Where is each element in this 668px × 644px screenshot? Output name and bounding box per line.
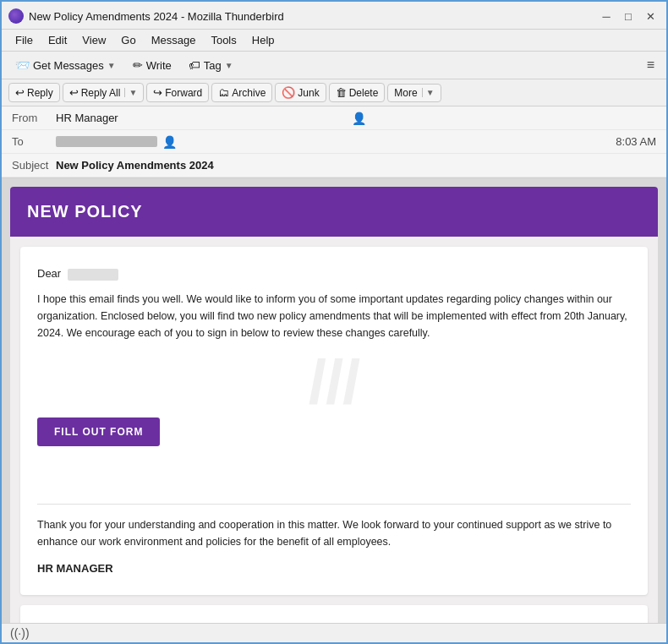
- banner-title: NEW POLICY: [27, 202, 143, 221]
- fill-out-form-button[interactable]: FILL OUT FORM: [37, 418, 160, 446]
- junk-icon: 🚫: [282, 86, 295, 99]
- hr-manager-label: HR MANAGER: [37, 562, 113, 575]
- more-label: More: [394, 87, 417, 99]
- email-paragraph: I hope this email finds you well. We wou…: [37, 291, 631, 341]
- write-label: Write: [146, 59, 172, 72]
- email-meta-header: From HR Manager 👤 To 👤 8:03 AM Subject N…: [2, 106, 666, 178]
- write-icon: ✏: [133, 58, 143, 72]
- email-banner: NEW POLICY: [10, 187, 658, 237]
- to-label: To: [12, 135, 56, 148]
- menu-tools[interactable]: Tools: [204, 31, 243, 49]
- more-button[interactable]: More ▼: [387, 84, 441, 102]
- status-bar: ((·)): [2, 623, 666, 642]
- window-title: New Policy Amendments 2024 - Mozilla Thu…: [29, 10, 284, 23]
- archive-label: Archive: [232, 87, 266, 99]
- subject-label: Subject: [12, 159, 56, 172]
- dear-line: Dear: [37, 267, 631, 281]
- get-messages-button[interactable]: 📨 Get Messages ▼: [8, 56, 123, 74]
- forward-icon: ↪: [153, 86, 162, 99]
- window-controls: ─ □ ✕: [597, 7, 660, 25]
- menu-help[interactable]: Help: [245, 31, 282, 49]
- thunderbird-window: New Policy Amendments 2024 - Mozilla Thu…: [0, 0, 668, 644]
- to-value-redacted: [56, 136, 157, 147]
- reply-button[interactable]: ↩ Reply: [8, 83, 60, 102]
- hamburger-menu-button[interactable]: ≡: [642, 55, 660, 75]
- email-content-area: NEW POLICY Dear I hope this email finds …: [2, 178, 666, 623]
- forward-button[interactable]: ↪ Forward: [146, 83, 209, 102]
- more-dropdown-arrow[interactable]: ▼: [422, 88, 435, 97]
- get-messages-icon: 📨: [15, 58, 30, 72]
- reply-all-dropdown-arrow[interactable]: ▼: [124, 88, 137, 97]
- email-inner-box: Dear I hope this email finds you well. W…: [20, 247, 648, 595]
- reply-all-button[interactable]: ↩ Reply All ▼: [63, 83, 145, 102]
- menu-go[interactable]: Go: [114, 31, 142, 49]
- title-bar-left: New Policy Amendments 2024 - Mozilla Thu…: [8, 8, 284, 24]
- subject-row: Subject New Policy Amendments 2024: [2, 154, 666, 177]
- title-bar: New Policy Amendments 2024 - Mozilla Thu…: [2, 2, 666, 30]
- delete-button[interactable]: 🗑 Delete: [329, 83, 386, 102]
- get-messages-label: Get Messages: [33, 59, 104, 72]
- tag-label: Tag: [204, 59, 222, 72]
- menu-view[interactable]: View: [75, 31, 112, 49]
- email-action-toolbar: ↩ Reply ↩ Reply All ▼ ↪ Forward 🗂 Archiv…: [2, 79, 666, 106]
- main-toolbar: 📨 Get Messages ▼ ✏ Write 🏷 Tag ▼ ≡: [2, 52, 666, 79]
- menu-file[interactable]: File: [8, 31, 40, 49]
- tag-icon: 🏷: [189, 58, 200, 72]
- spacer: [37, 467, 631, 500]
- get-messages-dropdown-arrow[interactable]: ▼: [107, 61, 116, 70]
- closing-section: In the event that you have any questions…: [20, 605, 648, 623]
- archive-icon: 🗂: [218, 86, 229, 99]
- from-label: From: [12, 112, 56, 124]
- watermark: ///: [309, 358, 360, 409]
- email-body: NEW POLICY Dear I hope this email finds …: [10, 187, 658, 623]
- delete-icon: 🗑: [336, 86, 347, 99]
- footer-text: Thank you for your understanding and coo…: [37, 516, 631, 550]
- wifi-icon: ((·)): [10, 626, 30, 640]
- tag-button[interactable]: 🏷 Tag ▼: [182, 56, 240, 74]
- maximize-button[interactable]: □: [619, 7, 638, 25]
- menu-edit[interactable]: Edit: [41, 31, 74, 49]
- reply-label: Reply: [27, 87, 53, 99]
- delete-label: Delete: [349, 87, 379, 99]
- tag-dropdown-arrow[interactable]: ▼: [225, 61, 233, 70]
- from-value: HR Manager: [56, 112, 347, 124]
- to-row: To 👤 8:03 AM: [2, 130, 666, 154]
- dear-text: Dear: [37, 267, 61, 280]
- from-profile-icon[interactable]: 👤: [352, 112, 366, 125]
- to-profile-icon[interactable]: 👤: [162, 135, 177, 149]
- subject-value: New Policy Amendments 2024: [56, 159, 214, 172]
- archive-button[interactable]: 🗂 Archive: [211, 83, 272, 102]
- recipient-name-redacted: [68, 269, 118, 281]
- menu-message[interactable]: Message: [145, 31, 203, 49]
- email-footer-section: Thank you for your understanding and coo…: [37, 504, 631, 575]
- junk-label: Junk: [298, 87, 319, 99]
- from-row: From HR Manager 👤: [2, 106, 666, 130]
- junk-button[interactable]: 🚫 Junk: [275, 83, 326, 102]
- email-time: 8:03 AM: [616, 135, 656, 148]
- reply-all-icon: ↩: [69, 86, 79, 99]
- reply-all-label: Reply All: [81, 87, 121, 99]
- forward-label: Forward: [165, 87, 202, 99]
- minimize-button[interactable]: ─: [597, 7, 616, 25]
- close-button[interactable]: ✕: [641, 7, 660, 25]
- reply-icon: ↩: [15, 86, 25, 99]
- thunderbird-icon: [8, 8, 24, 24]
- write-button[interactable]: ✏ Write: [126, 56, 178, 74]
- menu-bar: File Edit View Go Message Tools Help: [2, 30, 666, 52]
- watermark-area: ///: [37, 358, 631, 409]
